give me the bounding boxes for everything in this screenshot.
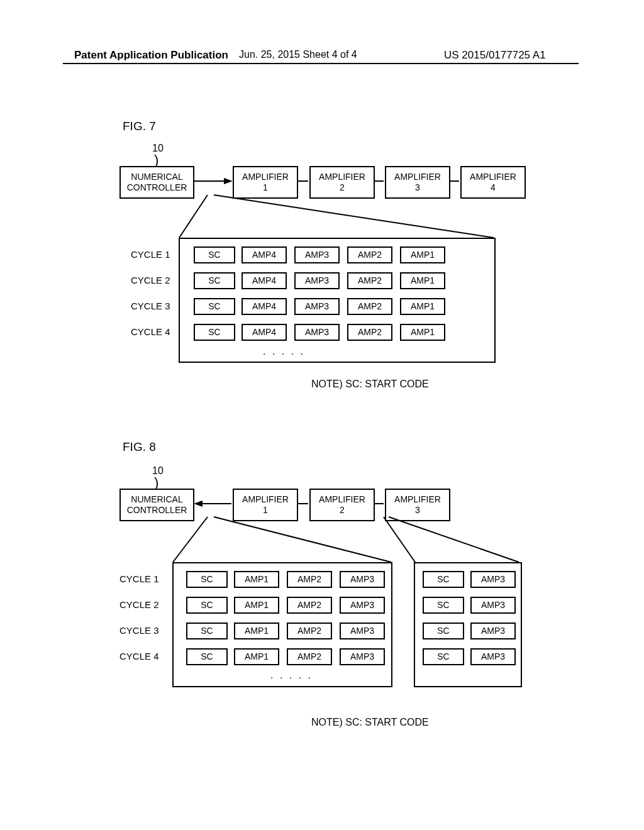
svg-line-3 <box>214 517 391 562</box>
fig7-r4-amp2: AMP2 <box>347 324 392 341</box>
header-rule <box>63 63 579 64</box>
fig7-r1-sc: SC <box>194 246 235 263</box>
fig8-r-r2-amp3: AMP3 <box>470 597 516 614</box>
fig8-l-r4-amp3: AMP3 <box>340 648 385 665</box>
fig7-r3-amp2: AMP2 <box>347 298 392 315</box>
fig7-arrow-right-icon <box>224 178 233 184</box>
fig8-connector-1 <box>202 503 231 504</box>
fig8-note: NOTE) SC: START CODE <box>311 717 429 728</box>
fig7-cycle-3-label: CYCLE 3 <box>131 301 170 311</box>
fig7-note: NOTE) SC: START CODE <box>311 379 429 390</box>
header-left: Patent Application Publication <box>74 49 228 62</box>
fig8-l-r2-amp2: AMP2 <box>287 597 332 614</box>
fig8-cycle-2-label: CYCLE 2 <box>119 599 159 610</box>
fig8-r-r1-amp3: AMP3 <box>470 571 516 588</box>
header-mid: Jun. 25, 2015 Sheet 4 of 4 <box>239 49 357 60</box>
fig8-l-r1-amp1: AMP1 <box>234 571 279 588</box>
fig8-l-r3-amp1: AMP1 <box>234 622 279 639</box>
fig8-l-r1-sc: SC <box>186 571 228 588</box>
svg-line-0 <box>179 195 208 238</box>
fig7-ellipsis: . . . . . <box>263 346 305 357</box>
fig7-r4-amp4: AMP4 <box>242 324 287 341</box>
fig7-connector-4 <box>449 180 459 182</box>
fig8-r-r4-sc: SC <box>423 648 464 665</box>
svg-line-5 <box>389 517 519 562</box>
page: Patent Application Publication Jun. 25, … <box>0 0 644 830</box>
fig8-connector-3 <box>374 503 384 504</box>
fig8-r-r2-sc: SC <box>423 597 464 614</box>
fig7-r2-amp2: AMP2 <box>347 272 392 289</box>
fig7-r1-amp3: AMP3 <box>294 246 340 263</box>
fig8-cycle-4-label: CYCLE 4 <box>119 651 159 661</box>
fig7-r1-amp1: AMP1 <box>400 246 445 263</box>
fig7-amplifier-1-box: AMPLIFIER 1 <box>233 166 298 199</box>
fig7-connector-2 <box>297 180 308 182</box>
fig7-cycle-2-label: CYCLE 2 <box>131 275 170 285</box>
header-right: US 2015/0177725 A1 <box>444 49 546 62</box>
fig8-r-r3-amp3: AMP3 <box>470 622 516 639</box>
svg-line-2 <box>173 517 208 562</box>
fig8-l-r3-amp3: AMP3 <box>340 622 385 639</box>
fig7-r2-amp4: AMP4 <box>242 272 287 289</box>
fig7-connector-1 <box>193 180 225 182</box>
fig8-r-r4-amp3: AMP3 <box>470 648 516 665</box>
fig8-l-r4-sc: SC <box>186 648 228 665</box>
fig7-r1-amp4: AMP4 <box>242 246 287 263</box>
svg-line-1 <box>214 195 494 238</box>
fig7-r2-sc: SC <box>194 272 235 289</box>
fig8-l-r2-amp1: AMP1 <box>234 597 279 614</box>
page-header: Patent Application Publication Jun. 25, … <box>0 49 644 64</box>
fig7-r2-amp3: AMP3 <box>294 272 340 289</box>
fig8-guide-lines-right <box>377 517 528 567</box>
fig7-r4-amp1: AMP1 <box>400 324 445 341</box>
fig7-r2-amp1: AMP1 <box>400 272 445 289</box>
fig7-connector-3 <box>374 180 384 182</box>
fig8-l-r2-sc: SC <box>186 597 228 614</box>
fig7-r1-amp2: AMP2 <box>347 246 392 263</box>
fig7-numerical-controller-box: NUMERICAL CONTROLLER <box>119 166 194 199</box>
fig7-amplifier-2-box: AMPLIFIER 2 <box>309 166 375 199</box>
fig7-r3-amp1: AMP1 <box>400 298 445 315</box>
fig8-r-r1-sc: SC <box>423 571 464 588</box>
fig8-l-r1-amp3: AMP3 <box>340 571 385 588</box>
fig8-l-r2-amp3: AMP3 <box>340 597 385 614</box>
fig8-l-r4-amp1: AMP1 <box>234 648 279 665</box>
fig8-connector-2 <box>297 503 308 504</box>
fig7-cycle-4-label: CYCLE 4 <box>131 326 170 337</box>
fig8-ellipsis: . . . . . <box>270 670 313 681</box>
fig8-arrow-left-icon <box>194 501 203 507</box>
fig7-r3-sc: SC <box>194 298 235 315</box>
svg-line-4 <box>384 517 415 562</box>
fig7-r4-amp3: AMP3 <box>294 324 340 341</box>
fig7-amplifier-3-box: AMPLIFIER 3 <box>385 166 450 199</box>
fig8-l-r4-amp2: AMP2 <box>287 648 332 665</box>
fig8-r-r3-sc: SC <box>423 622 464 639</box>
fig7-cycle-1-label: CYCLE 1 <box>131 249 170 260</box>
fig8-l-r3-sc: SC <box>186 622 228 639</box>
fig8-l-r3-amp2: AMP2 <box>287 622 332 639</box>
fig8-cycle-1-label: CYCLE 1 <box>119 573 159 584</box>
fig8-l-r1-amp2: AMP2 <box>287 571 332 588</box>
fig7-r3-amp4: AMP4 <box>242 298 287 315</box>
fig8-cycle-3-label: CYCLE 3 <box>119 625 159 636</box>
fig7-amplifier-4-box: AMPLIFIER 4 <box>460 166 526 199</box>
fig7-r4-sc: SC <box>194 324 235 341</box>
fig7-r3-amp3: AMP3 <box>294 298 340 315</box>
fig7-label: FIG. 7 <box>123 119 156 133</box>
fig8-label: FIG. 8 <box>123 440 156 454</box>
